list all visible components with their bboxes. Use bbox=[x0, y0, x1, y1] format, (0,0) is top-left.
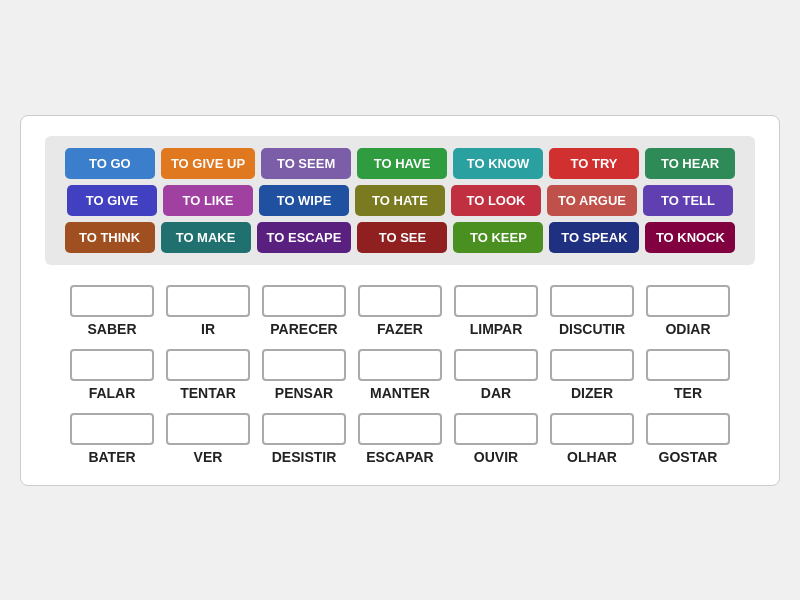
match-cell-limpar: LIMPAR bbox=[451, 285, 541, 337]
match-cell-olhar: OLHAR bbox=[547, 413, 637, 465]
match-cell-odiar: ODIAR bbox=[643, 285, 733, 337]
match-label-escapar: ESCAPAR bbox=[366, 449, 433, 465]
match-cell-gostar: GOSTAR bbox=[643, 413, 733, 465]
word-bank-row-0: TO GOTO GIVE UPTO SEEMTO HAVETO KNOWTO T… bbox=[53, 148, 747, 179]
match-label-gostar: GOSTAR bbox=[659, 449, 718, 465]
match-label-discutir: DISCUTIR bbox=[559, 321, 625, 337]
drop-box-fazer[interactable] bbox=[358, 285, 442, 317]
match-row-1: FALARTENTARPENSARMANTERDARDIZERTER bbox=[45, 349, 755, 401]
word-btn-to-keep[interactable]: TO KEEP bbox=[453, 222, 543, 253]
match-cell-dar: DAR bbox=[451, 349, 541, 401]
drop-box-saber[interactable] bbox=[70, 285, 154, 317]
drop-box-falar[interactable] bbox=[70, 349, 154, 381]
word-btn-to-know[interactable]: TO KNOW bbox=[453, 148, 543, 179]
word-btn-to-seem[interactable]: TO SEEM bbox=[261, 148, 351, 179]
word-bank: TO GOTO GIVE UPTO SEEMTO HAVETO KNOWTO T… bbox=[45, 136, 755, 265]
drop-box-ter[interactable] bbox=[646, 349, 730, 381]
word-btn-to-think[interactable]: TO THINK bbox=[65, 222, 155, 253]
match-cell-ouvir: OUVIR bbox=[451, 413, 541, 465]
drop-box-limpar[interactable] bbox=[454, 285, 538, 317]
word-btn-to-make[interactable]: TO MAKE bbox=[161, 222, 251, 253]
word-btn-to-tell[interactable]: TO TELL bbox=[643, 185, 733, 216]
word-btn-to-escape[interactable]: TO ESCAPE bbox=[257, 222, 352, 253]
match-cell-tentar: TENTAR bbox=[163, 349, 253, 401]
word-btn-to-hate[interactable]: TO HATE bbox=[355, 185, 445, 216]
match-section: SABERIRPARECERFAZERLIMPARDISCUTIRODIARFA… bbox=[45, 285, 755, 465]
word-btn-to-hear[interactable]: TO HEAR bbox=[645, 148, 735, 179]
drop-box-ir[interactable] bbox=[166, 285, 250, 317]
match-label-ir: IR bbox=[201, 321, 215, 337]
match-label-fazer: FAZER bbox=[377, 321, 423, 337]
word-btn-to-see[interactable]: TO SEE bbox=[357, 222, 447, 253]
match-cell-escapar: ESCAPAR bbox=[355, 413, 445, 465]
match-cell-fazer: FAZER bbox=[355, 285, 445, 337]
drop-box-escapar[interactable] bbox=[358, 413, 442, 445]
word-btn-to-give[interactable]: TO GIVE bbox=[67, 185, 157, 216]
drop-box-pensar[interactable] bbox=[262, 349, 346, 381]
word-btn-to-speak[interactable]: TO SPEAK bbox=[549, 222, 639, 253]
drop-box-olhar[interactable] bbox=[550, 413, 634, 445]
word-btn-to-try[interactable]: TO TRY bbox=[549, 148, 639, 179]
word-bank-row-2: TO THINKTO MAKETO ESCAPETO SEETO KEEPTO … bbox=[53, 222, 747, 253]
match-label-ter: TER bbox=[674, 385, 702, 401]
drop-box-ouvir[interactable] bbox=[454, 413, 538, 445]
match-cell-manter: MANTER bbox=[355, 349, 445, 401]
match-label-ver: VER bbox=[194, 449, 223, 465]
word-btn-to-look[interactable]: TO LOOK bbox=[451, 185, 541, 216]
word-btn-to-like[interactable]: TO LIKE bbox=[163, 185, 253, 216]
match-label-dizer: DIZER bbox=[571, 385, 613, 401]
match-cell-ir: IR bbox=[163, 285, 253, 337]
match-label-limpar: LIMPAR bbox=[470, 321, 523, 337]
word-btn-to-argue[interactable]: TO ARGUE bbox=[547, 185, 637, 216]
match-label-tentar: TENTAR bbox=[180, 385, 236, 401]
match-cell-discutir: DISCUTIR bbox=[547, 285, 637, 337]
match-cell-parecer: PARECER bbox=[259, 285, 349, 337]
word-btn-to-wipe[interactable]: TO WIPE bbox=[259, 185, 349, 216]
match-label-olhar: OLHAR bbox=[567, 449, 617, 465]
word-btn-to-have[interactable]: TO HAVE bbox=[357, 148, 447, 179]
match-label-falar: FALAR bbox=[89, 385, 136, 401]
drop-box-manter[interactable] bbox=[358, 349, 442, 381]
match-label-odiar: ODIAR bbox=[665, 321, 710, 337]
word-btn-to-go[interactable]: TO GO bbox=[65, 148, 155, 179]
word-btn-to-give-up[interactable]: TO GIVE UP bbox=[161, 148, 255, 179]
main-container: TO GOTO GIVE UPTO SEEMTO HAVETO KNOWTO T… bbox=[20, 115, 780, 486]
match-label-desistir: DESISTIR bbox=[272, 449, 337, 465]
drop-box-dizer[interactable] bbox=[550, 349, 634, 381]
match-label-parecer: PARECER bbox=[270, 321, 337, 337]
match-label-ouvir: OUVIR bbox=[474, 449, 518, 465]
drop-box-discutir[interactable] bbox=[550, 285, 634, 317]
match-label-manter: MANTER bbox=[370, 385, 430, 401]
match-cell-pensar: PENSAR bbox=[259, 349, 349, 401]
drop-box-bater[interactable] bbox=[70, 413, 154, 445]
match-cell-desistir: DESISTIR bbox=[259, 413, 349, 465]
word-bank-row-1: TO GIVETO LIKETO WIPETO HATETO LOOKTO AR… bbox=[53, 185, 747, 216]
match-row-2: BATERVERDESISTIRESCAPAROUVIROLHARGOSTAR bbox=[45, 413, 755, 465]
match-row-0: SABERIRPARECERFAZERLIMPARDISCUTIRODIAR bbox=[45, 285, 755, 337]
match-label-pensar: PENSAR bbox=[275, 385, 333, 401]
match-cell-bater: BATER bbox=[67, 413, 157, 465]
drop-box-ver[interactable] bbox=[166, 413, 250, 445]
match-cell-saber: SABER bbox=[67, 285, 157, 337]
drop-box-dar[interactable] bbox=[454, 349, 538, 381]
match-cell-falar: FALAR bbox=[67, 349, 157, 401]
drop-box-parecer[interactable] bbox=[262, 285, 346, 317]
drop-box-gostar[interactable] bbox=[646, 413, 730, 445]
word-btn-to-knock[interactable]: TO KNOCK bbox=[645, 222, 735, 253]
match-cell-dizer: DIZER bbox=[547, 349, 637, 401]
drop-box-desistir[interactable] bbox=[262, 413, 346, 445]
match-label-saber: SABER bbox=[87, 321, 136, 337]
match-cell-ter: TER bbox=[643, 349, 733, 401]
match-cell-ver: VER bbox=[163, 413, 253, 465]
match-label-bater: BATER bbox=[88, 449, 135, 465]
drop-box-odiar[interactable] bbox=[646, 285, 730, 317]
match-label-dar: DAR bbox=[481, 385, 511, 401]
drop-box-tentar[interactable] bbox=[166, 349, 250, 381]
